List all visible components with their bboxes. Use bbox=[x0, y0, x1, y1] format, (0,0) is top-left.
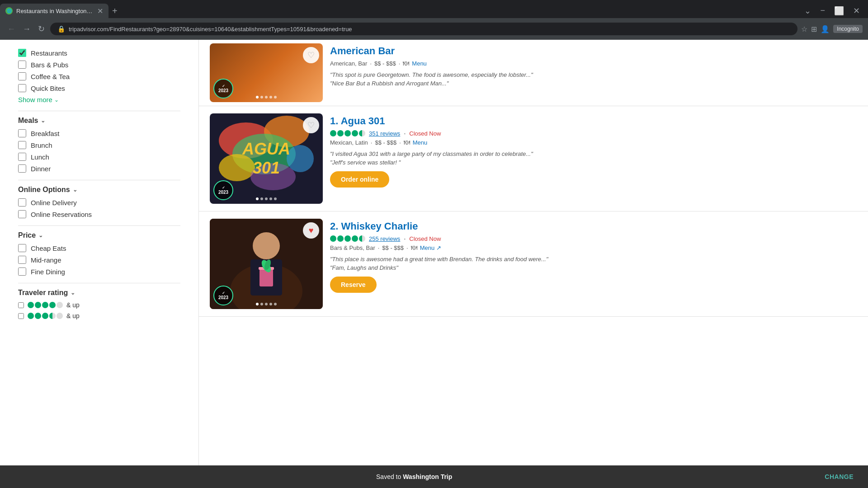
active-tab[interactable]: 🌐 Restaurants in Washington DC ✕ bbox=[0, 4, 108, 18]
filter-breakfast[interactable]: Breakfast bbox=[18, 129, 180, 137]
mid-range-label: Mid-range bbox=[31, 256, 61, 264]
brunch-label: Brunch bbox=[31, 141, 52, 149]
filter-restaurants[interactable]: Restaurants bbox=[18, 49, 180, 57]
rating-3-plus[interactable]: & up bbox=[18, 312, 180, 319]
meals-section-title[interactable]: Meals ⌄ bbox=[18, 117, 180, 125]
agua-dot-1 bbox=[256, 197, 259, 200]
price-section-title[interactable]: Price ⌄ bbox=[18, 231, 180, 239]
whiskey-charlie-badge: ✓ 2023 bbox=[213, 286, 233, 305]
agua-301-name: Agua 301 bbox=[341, 115, 385, 127]
whiskey-charlie-favorite-button[interactable]: ♥ bbox=[303, 222, 319, 239]
security-lock-icon: 🔒 bbox=[57, 25, 65, 33]
lunch-checkbox[interactable] bbox=[18, 153, 26, 161]
american-bar-favorite-button[interactable]: ♡ bbox=[303, 47, 319, 63]
maximize-button[interactable]: ⬜ bbox=[830, 6, 849, 16]
tab-bar: 🌐 Restaurants in Washington DC ✕ + ⌄ − ⬜… bbox=[0, 0, 868, 18]
whiskey-charlie-bubbles bbox=[330, 235, 365, 242]
american-bar-title: American Bar bbox=[330, 45, 857, 57]
window-controls: ⌄ − ⬜ ✕ bbox=[800, 6, 868, 16]
bubble3-1 bbox=[28, 313, 34, 319]
online-options-section: Online Options ⌄ Online Delivery Online … bbox=[18, 186, 180, 218]
mid-range-checkbox[interactable] bbox=[18, 256, 26, 264]
filter-bars-pubs[interactable]: Bars & Pubs bbox=[18, 61, 180, 69]
wc-menu-arrow: ↗ bbox=[436, 244, 441, 251]
close-window-button[interactable]: ✕ bbox=[849, 6, 864, 16]
filter-coffee-tea[interactable]: Coffee & Tea bbox=[18, 72, 180, 80]
whiskey-charlie-info: 2. Whiskey Charlie 255 reviews · Closed … bbox=[330, 219, 857, 309]
agua-301-image: AGUA301 ♡ ✓ 2023 bbox=[210, 113, 323, 204]
fine-dining-label: Fine Dining bbox=[31, 268, 65, 276]
dinner-checkbox[interactable] bbox=[18, 164, 26, 173]
american-bar-menu-link[interactable]: Menu bbox=[412, 60, 427, 67]
forward-button[interactable]: → bbox=[21, 23, 33, 36]
restaurants-checkbox[interactable] bbox=[18, 49, 26, 57]
whiskey-charlie-review-count[interactable]: 255 reviews bbox=[369, 235, 400, 242]
coffee-tea-checkbox[interactable] bbox=[18, 72, 26, 80]
agua-301-favorite-button[interactable]: ♡ bbox=[303, 117, 319, 133]
online-options-title[interactable]: Online Options ⌄ bbox=[18, 186, 180, 194]
traveler-rating-title[interactable]: Traveler rating ⌄ bbox=[18, 289, 180, 297]
new-tab-button[interactable]: + bbox=[108, 6, 121, 16]
online-reservations-checkbox[interactable] bbox=[18, 210, 26, 218]
filter-dinner[interactable]: Dinner bbox=[18, 164, 180, 173]
4star-checkbox[interactable] bbox=[18, 302, 24, 308]
agua-301-menu-link[interactable]: Menu bbox=[413, 139, 428, 146]
filter-lunch[interactable]: Lunch bbox=[18, 153, 180, 161]
extension-puzzle-icon[interactable]: ⊞ bbox=[811, 25, 817, 33]
filter-mid-range[interactable]: Mid-range bbox=[18, 256, 180, 264]
coffee-tea-label: Coffee & Tea bbox=[31, 73, 70, 80]
cheap-eats-checkbox[interactable] bbox=[18, 244, 26, 252]
refresh-button[interactable]: ↻ bbox=[36, 22, 47, 36]
bookmark-star-icon[interactable]: ☆ bbox=[801, 25, 807, 33]
agua-301-link[interactable]: 1. Agua 301 bbox=[330, 115, 385, 127]
quick-bites-checkbox[interactable] bbox=[18, 84, 26, 92]
rating-4-plus[interactable]: & up bbox=[18, 301, 180, 309]
minimize-button[interactable]: − bbox=[816, 6, 830, 16]
svg-point-4 bbox=[287, 145, 314, 172]
breakfast-checkbox[interactable] bbox=[18, 129, 26, 137]
show-more-button[interactable]: Show more ⌄ bbox=[18, 96, 59, 103]
toast-change-button[interactable]: Change bbox=[819, 471, 859, 482]
3star-checkbox[interactable] bbox=[18, 313, 24, 319]
dot-5 bbox=[274, 96, 277, 99]
online-delivery-checkbox[interactable] bbox=[18, 198, 26, 206]
profile-icon[interactable]: 👤 bbox=[821, 25, 830, 33]
filter-cheap-eats[interactable]: Cheap Eats bbox=[18, 244, 180, 252]
address-bar[interactable]: 🔒 tripadvisor.com/FindRestaurants?geo=28… bbox=[50, 23, 797, 35]
a301-b5 bbox=[359, 130, 365, 136]
fine-dining-checkbox[interactable] bbox=[18, 267, 26, 276]
dot-3 bbox=[265, 96, 268, 99]
price-chevron-icon: ⌄ bbox=[38, 232, 43, 239]
agua-301-cuisines: Mexican, Latin bbox=[330, 139, 368, 146]
bars-pubs-checkbox[interactable] bbox=[18, 61, 26, 69]
agua-301-review-count[interactable]: 351 reviews bbox=[369, 130, 400, 137]
whiskey-charlie-reserve-button[interactable]: Reserve bbox=[330, 277, 377, 293]
american-bar-info: American Bar American, Bar · $$ - $$$ · … bbox=[330, 43, 857, 102]
whiskey-charlie-menu-link[interactable]: Menu ↗ bbox=[420, 244, 441, 251]
whiskey-charlie-link[interactable]: 2. Whiskey Charlie bbox=[330, 221, 418, 232]
3star-bubbles bbox=[28, 313, 63, 319]
filter-fine-dining[interactable]: Fine Dining bbox=[18, 267, 180, 276]
american-bar-link[interactable]: American Bar bbox=[330, 45, 395, 56]
filter-quick-bites[interactable]: Quick Bites bbox=[18, 84, 180, 92]
a301-b3 bbox=[344, 130, 351, 136]
filter-online-delivery[interactable]: Online Delivery bbox=[18, 198, 180, 206]
online-options-chevron-icon: ⌄ bbox=[73, 187, 77, 193]
agua-logo: AGUA301 bbox=[242, 140, 290, 178]
agua-301-status: Closed Now bbox=[409, 130, 441, 137]
brunch-checkbox[interactable] bbox=[18, 141, 26, 149]
url-text: tripadvisor.com/FindRestaurants?geo=2897… bbox=[69, 26, 790, 33]
back-button[interactable]: ← bbox=[5, 23, 17, 36]
filter-brunch[interactable]: Brunch bbox=[18, 141, 180, 149]
whiskey-charlie-number: 2. bbox=[330, 221, 338, 232]
bubble3-5 bbox=[57, 313, 63, 319]
tabs-dropdown-button[interactable]: ⌄ bbox=[800, 6, 816, 16]
filter-online-reservations[interactable]: Online Reservations bbox=[18, 210, 180, 218]
agua-301-price: $$ - $$$ bbox=[375, 139, 396, 146]
agua-301-order-button[interactable]: Order online bbox=[330, 171, 389, 188]
tab-close-button[interactable]: ✕ bbox=[97, 7, 103, 15]
wc-b2 bbox=[337, 235, 344, 242]
svg-point-8 bbox=[253, 232, 280, 259]
main-content: ♡ ✓ 2023 American Bar Americ bbox=[199, 40, 868, 488]
bubble3-2 bbox=[35, 313, 41, 319]
